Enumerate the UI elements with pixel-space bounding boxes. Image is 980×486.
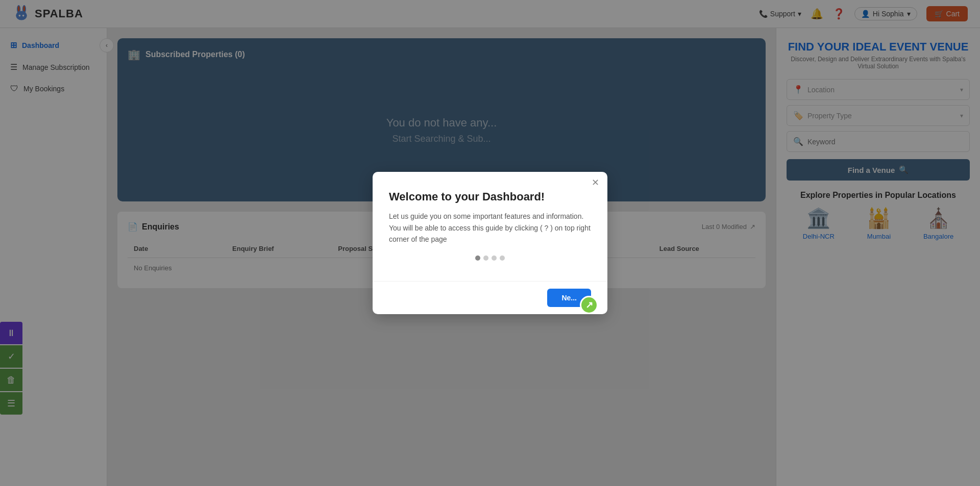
cursor-indicator: ↗ [580, 296, 598, 314]
modal-close-button[interactable]: ✕ [592, 178, 599, 187]
dot-4 [500, 255, 505, 261]
modal-body: Welcome to your Dashboard! Let us guide … [373, 172, 607, 280]
welcome-modal: ✕ Welcome to your Dashboard! Let us guid… [373, 172, 607, 314]
dot-2 [483, 255, 488, 261]
next-button[interactable]: Ne... ↗ [547, 289, 591, 307]
modal-overlay: ✕ Welcome to your Dashboard! Let us guid… [0, 0, 980, 486]
modal-title: Welcome to your Dashboard! [389, 190, 591, 203]
modal-footer: Ne... ↗ [373, 281, 607, 314]
modal-description: Let us guide you on some important featu… [389, 211, 591, 245]
modal-progress-dots [389, 255, 591, 261]
dot-3 [492, 255, 497, 261]
dot-1 [475, 255, 480, 261]
